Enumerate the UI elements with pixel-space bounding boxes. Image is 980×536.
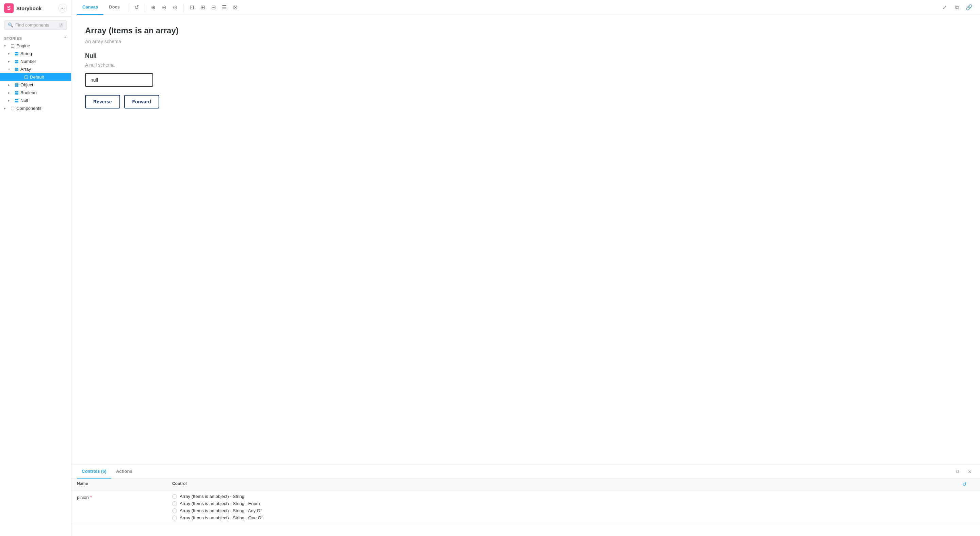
action-buttons-group: Reverse Forward bbox=[85, 95, 966, 108]
zoom-in-button[interactable]: ⊕ bbox=[148, 2, 159, 13]
boolean-arrow: ▸ bbox=[8, 91, 13, 95]
search-shortcut: / bbox=[59, 23, 63, 27]
controls-table: Name Control ↺ pinion * Array (Items is … bbox=[72, 479, 980, 536]
number-arrow: ▸ bbox=[8, 60, 13, 63]
null-arrow: ▸ bbox=[8, 98, 13, 102]
main-area: Canvas Docs ↺ ⊕ ⊖ ⊙ ⊡ ⊞ ⊟ ☰ ⊠ ⤢ ⧉ 🔗 Arra… bbox=[72, 0, 980, 536]
control-options-pinion: Array (Items is an object) - String Arra… bbox=[172, 494, 975, 520]
tab-docs[interactable]: Docs bbox=[103, 0, 125, 15]
column-header-name: Name bbox=[77, 481, 172, 487]
storybook-title: Storybook bbox=[16, 5, 41, 11]
required-star: * bbox=[90, 495, 92, 500]
viewport2-button[interactable]: ⊞ bbox=[197, 2, 208, 13]
viewport3-button[interactable]: ⊟ bbox=[208, 2, 219, 13]
radio-circle-2 bbox=[172, 509, 177, 513]
expand-button[interactable]: ⤢ bbox=[939, 2, 950, 13]
string-arrow: ▸ bbox=[8, 52, 13, 56]
table-row: pinion * Array (Items is an object) - St… bbox=[72, 490, 980, 524]
sidebar-item-string[interactable]: ▸ String bbox=[0, 50, 71, 57]
tab-controls[interactable]: Controls (6) bbox=[77, 465, 111, 479]
object-arrow: ▸ bbox=[8, 83, 13, 87]
toolbar-divider-3 bbox=[183, 3, 183, 11]
canvas-title: Array (Items is an array) bbox=[85, 26, 966, 35]
boolean-grid-icon bbox=[14, 90, 19, 95]
sidebar-item-components[interactable]: ▸ Components bbox=[0, 105, 71, 112]
components-label: Components bbox=[16, 106, 41, 111]
tab-actions[interactable]: Actions bbox=[111, 465, 137, 479]
radio-circle-3 bbox=[172, 515, 177, 520]
radio-option-1[interactable]: Array (Items is an object) - String - En… bbox=[172, 501, 975, 506]
components-icon bbox=[10, 106, 15, 111]
radio-circle-1 bbox=[172, 501, 177, 506]
default-icon bbox=[24, 75, 29, 79]
number-label: Number bbox=[21, 59, 36, 64]
null-subtitle: Null bbox=[85, 52, 966, 60]
reset-all-icon[interactable]: ↺ bbox=[962, 481, 967, 487]
tab-canvas[interactable]: Canvas bbox=[77, 0, 103, 15]
boolean-label: Boolean bbox=[21, 90, 37, 95]
radio-option-3[interactable]: Array (Items is an object) - String - On… bbox=[172, 515, 975, 520]
panel-split-button[interactable]: ⧉ bbox=[953, 467, 962, 476]
sidebar-menu-button[interactable]: ··· bbox=[58, 4, 67, 13]
table-header: Name Control ↺ bbox=[72, 479, 980, 490]
null-label: Null bbox=[21, 98, 28, 103]
string-grid-icon bbox=[14, 51, 19, 56]
control-name-pinion: pinion * bbox=[77, 494, 172, 500]
array-label: Array bbox=[21, 67, 31, 72]
radio-option-2[interactable]: Array (Items is an object) - String - An… bbox=[172, 508, 975, 513]
search-box[interactable]: 🔍 Find components / bbox=[4, 20, 67, 30]
array-arrow: ▾ bbox=[8, 67, 13, 71]
sidebar-item-array[interactable]: ▾ Array bbox=[0, 65, 71, 73]
new-window-button[interactable]: ⧉ bbox=[951, 2, 962, 13]
canvas-area: Array (Items is an array) An array schem… bbox=[72, 15, 980, 465]
engine-label: Engine bbox=[16, 43, 30, 48]
viewport1-button[interactable]: ⊡ bbox=[186, 2, 197, 13]
sidebar-content: STORIES ⌃ ▾ Engine ▸ String ▸ Number bbox=[0, 33, 71, 536]
sidebar-item-null[interactable]: ▸ Null bbox=[0, 97, 71, 105]
stories-section-header: STORIES ⌃ bbox=[0, 33, 71, 42]
object-label: Object bbox=[21, 82, 33, 87]
viewport5-button[interactable]: ⊠ bbox=[230, 2, 240, 13]
sidebar-item-object[interactable]: ▸ Object bbox=[0, 81, 71, 89]
storybook-logo: S bbox=[4, 3, 14, 13]
number-grid-icon bbox=[14, 59, 19, 64]
components-arrow: ▸ bbox=[4, 106, 9, 110]
radio-option-0[interactable]: Array (Items is an object) - String bbox=[172, 494, 975, 499]
panel-tab-right: ⧉ ✕ bbox=[953, 467, 975, 476]
engine-icon bbox=[10, 44, 15, 48]
copy-link-button[interactable]: 🔗 bbox=[964, 2, 975, 13]
forward-button[interactable]: Forward bbox=[124, 95, 159, 108]
sidebar: S Storybook ··· 🔍 Find components / STOR… bbox=[0, 0, 72, 536]
engine-arrow: ▾ bbox=[4, 44, 9, 48]
sidebar-header: S Storybook ··· bbox=[0, 0, 71, 17]
toolbar: Canvas Docs ↺ ⊕ ⊖ ⊙ ⊡ ⊞ ⊟ ☰ ⊠ ⤢ ⧉ 🔗 bbox=[72, 0, 980, 15]
toolbar-right: ⤢ ⧉ 🔗 bbox=[939, 2, 975, 13]
canvas-description: An array schema bbox=[85, 39, 966, 44]
reverse-button[interactable]: Reverse bbox=[85, 95, 120, 108]
bottom-panel: Controls (6) Actions ⧉ ✕ Name Control ↺ … bbox=[72, 465, 980, 536]
sidebar-item-number[interactable]: ▸ Number bbox=[0, 57, 71, 65]
array-grid-icon bbox=[14, 67, 19, 72]
zoom-reset-button[interactable]: ⊙ bbox=[169, 2, 180, 13]
zoom-out-button[interactable]: ⊖ bbox=[159, 2, 169, 13]
refresh-icon-button[interactable]: ↺ bbox=[131, 2, 142, 13]
search-icon: 🔍 bbox=[8, 22, 13, 27]
sidebar-item-engine[interactable]: ▾ Engine bbox=[0, 42, 71, 50]
column-header-control: Control bbox=[172, 481, 962, 487]
null-input-display: null bbox=[85, 73, 153, 87]
panel-close-button[interactable]: ✕ bbox=[965, 467, 975, 476]
sidebar-item-default[interactable]: Default bbox=[0, 73, 71, 81]
stories-collapse-button[interactable]: ⌃ bbox=[64, 36, 67, 40]
sidebar-item-boolean[interactable]: ▸ Boolean bbox=[0, 89, 71, 97]
string-label: String bbox=[21, 51, 32, 56]
column-header-reset: ↺ bbox=[962, 481, 975, 487]
object-grid-icon bbox=[14, 82, 19, 87]
viewport4-button[interactable]: ☰ bbox=[219, 2, 230, 13]
toolbar-divider-1 bbox=[128, 3, 128, 11]
panel-tabs: Controls (6) Actions ⧉ ✕ bbox=[72, 465, 980, 479]
radio-circle-0 bbox=[172, 494, 177, 499]
default-label: Default bbox=[30, 75, 44, 79]
search-placeholder: Find components bbox=[15, 22, 57, 27]
null-grid-icon bbox=[14, 98, 19, 103]
null-description: A null schema bbox=[85, 62, 966, 68]
